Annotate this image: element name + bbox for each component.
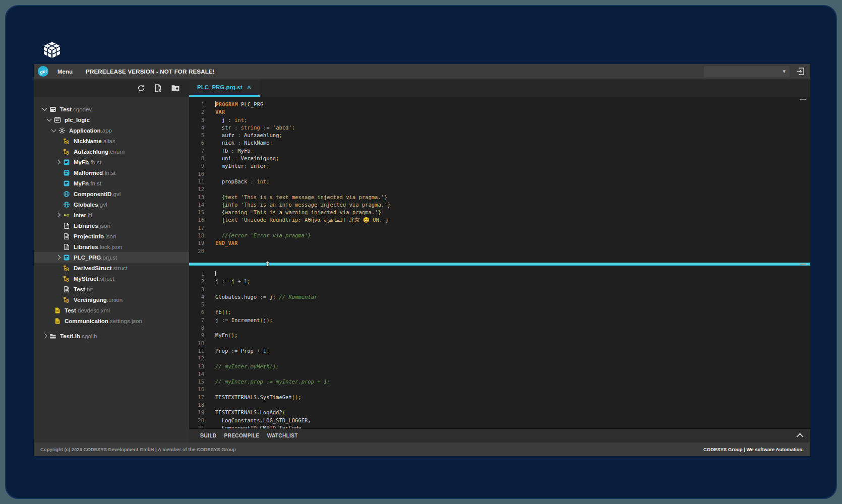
code-line[interactable]: 12 [189,355,810,362]
code-line[interactable]: 12 [189,185,810,193]
chevron-right-icon[interactable] [40,334,49,338]
tree-item-test[interactable]: Test.cgodev [34,104,189,114]
code-line[interactable]: 7j := Increment(j); [189,317,810,324]
editor-pane-body[interactable]: 12j := j + 1;34Globales.hugo := j; // Ko… [189,266,810,428]
chevron-right-icon[interactable] [54,213,63,217]
code-line[interactable]: 13// myInter.myMeth(); [189,363,810,370]
tree-item-globales[interactable]: Globales.gvl [34,199,189,210]
exit-button[interactable] [796,67,805,76]
code-line[interactable]: 19TESTEXTERNALS.LogAdd2( [189,409,810,416]
code-token: ; [266,348,269,354]
code-line[interactable]: 21 ComponentID.CMPID_TecCode [189,424,810,428]
code-text [204,224,215,232]
tree-item-componentid[interactable]: ComponentID.gvl [34,188,189,199]
scroll-indicator[interactable] [800,99,806,100]
code-line[interactable]: 11Prop := Prop + 1; [189,347,810,355]
tree-item-libraries[interactable]: Libraries.json [34,220,189,231]
code-line[interactable]: 5 aufz : Aufzaehlung; [189,132,810,139]
tree-item-plc_logic[interactable]: plc_logic [34,114,189,125]
code-line[interactable]: 1 [189,270,810,278]
code-line[interactable]: 3 j : int; [189,116,810,124]
code-line[interactable]: 10 [189,340,810,347]
chevron-right-icon[interactable] [54,160,63,164]
new-file-button[interactable] [154,84,163,93]
chevron-down-icon[interactable] [40,108,49,110]
code-line[interactable]: 15// myInter.prop := myInter.prop + 1; [189,378,810,386]
code-line[interactable]: 20 LogConstants.LOG_STD_LOGGER, [189,417,810,424]
chevron-down-icon[interactable] [45,119,53,121]
device-dropdown[interactable]: ▾ [704,66,790,77]
tree-item-inter[interactable]: inter.itf [34,210,189,220]
code-line[interactable]: 8 [189,324,810,332]
code-line[interactable]: 7 fb : MyFb; [189,147,810,155]
tree-item-plc_prg[interactable]: PLC_PRG.prg.st [34,252,189,263]
chevron-down-icon[interactable] [49,130,58,132]
tree-item-myfb[interactable]: MyFb.fb.st [34,157,189,167]
tree-item-test[interactable]: Test.devdesc.xml [34,305,189,316]
struct-icon [63,265,71,272]
tree-item-libraries[interactable]: Libraries.lock.json [34,241,189,252]
code-line[interactable]: 1PROGRAM PLC_PRG [189,101,810,108]
code-line[interactable]: 13 {text 'This is a text message injecte… [189,194,810,201]
refresh-button[interactable] [137,84,146,93]
tree-item-application[interactable]: Application.app [34,125,189,136]
doc-icon [63,286,71,293]
code-token: ; [279,132,282,138]
code-line[interactable]: 11 propBack : int; [189,178,810,185]
tree-item-test[interactable]: Test.txt [34,284,189,294]
code-line[interactable]: 8 uni : Vereinigung; [189,155,810,162]
bottom-tab-precompile[interactable]: PRECOMPILE [224,433,260,438]
tree-item-mystruct[interactable]: MyStruct.struct [34,273,189,284]
code-line[interactable]: 18 //{error 'Error via pragma'} [189,232,810,239]
code-line[interactable]: 6 nick : NickName; [189,139,810,147]
code-line[interactable]: 4 str : string := 'abcd'; [189,124,810,132]
tree-item-extension: .lock.json [98,244,123,250]
chevron-up-icon[interactable] [797,433,804,440]
line-number: 13 [189,363,204,370]
tree-item-vereinigung[interactable]: Vereinigung.union [34,294,189,305]
code-line[interactable]: 18 [189,401,810,409]
menu-button[interactable]: Menu [57,69,73,75]
code-line[interactable]: 5 [189,301,810,308]
code-line[interactable]: 6fb(); [189,308,810,316]
tab-plc-prg[interactable]: PLC_PRG.prg.st ✕ [189,79,260,97]
code-line[interactable]: 10 [189,170,810,178]
bottom-tab-build[interactable]: BUILD [200,433,217,438]
tree-item-aufzaehlung[interactable]: Aufzaehlung.enum [34,146,189,157]
code-line[interactable]: 2VAR [189,108,810,116]
code-line[interactable]: 16 [189,386,810,393]
tree-item-extension: .json [98,223,110,229]
code-line[interactable]: 14 {info 'This is an info message inject… [189,201,810,209]
chevron-right-icon[interactable] [54,256,63,259]
code-line[interactable]: 3 [189,286,810,293]
code-line[interactable]: 14 [189,370,810,378]
tree-item-communication[interactable]: Communication.settings.json [34,316,189,326]
code-line[interactable]: 16 {text 'Unicode Roundtrip: Αθήνα القاه… [189,216,810,224]
tree-item-malformed[interactable]: Malformed.fn.st [34,167,189,178]
code-line[interactable]: 4Globales.hugo := j; // Kommentar [189,293,810,301]
code-line[interactable]: 2j := j + 1; [189,278,810,285]
code-line[interactable]: 17TESTEXTERNALS.SysTimeGet(); [189,394,810,401]
tree-item-myfn[interactable]: MyFn.fn.st [34,178,189,188]
tree-item-projectinfo[interactable]: ProjectInfo.json [34,231,189,241]
bottom-tab-watchlist[interactable]: WATCHLIST [267,433,298,438]
new-folder-button[interactable] [171,84,180,93]
line-number: 10 [189,170,204,178]
editor-pane-declarations[interactable]: 1PROGRAM PLC_PRG2VAR3 j : int;4 str : st… [189,97,810,263]
close-icon[interactable]: ✕ [247,85,251,90]
line-number: 8 [189,324,204,332]
tree-item-derivedstruct[interactable]: DerivedStruct.struct [34,263,189,273]
splitter-handle[interactable] [800,264,806,265]
code-line[interactable]: 17 [189,224,810,232]
code-line[interactable]: 9MyFn(); [189,332,810,339]
tree-item-nickname[interactable]: NickName.alias [34,136,189,146]
code-line[interactable]: 15 {warning 'This is a warning injected … [189,209,810,216]
tree-item-extension: .gvl [98,202,107,208]
code-token: END_VAR [215,240,237,246]
line-number: 9 [189,162,204,170]
code-line[interactable]: 19END_VAR [189,239,810,247]
tree-item-testlib[interactable]: TestLib.cgolib [34,331,189,341]
code-line[interactable]: 9 myInter: inter; [189,162,810,170]
code-line[interactable]: 20 [189,247,810,255]
app-window-frame: go! Menu PRERELEASE VERSION - NOT FOR RE… [5,5,837,499]
